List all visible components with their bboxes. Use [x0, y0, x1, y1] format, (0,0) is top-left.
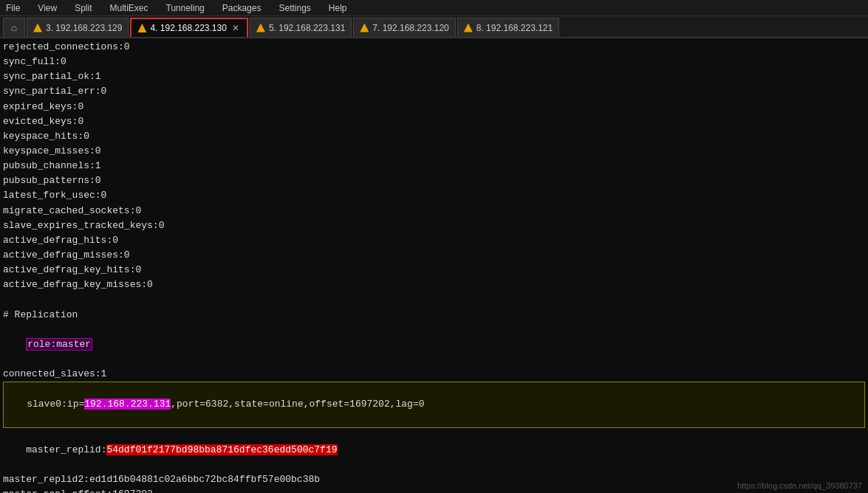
- tab-2-close-button[interactable]: ✕: [230, 23, 241, 33]
- menu-tunneling[interactable]: Tunneling: [163, 1, 208, 15]
- line-master-repl-offset: master_repl_offset:1697202: [3, 487, 865, 493]
- line-master-replid2: master_replid2:ed1d16b04881c02a6bbc72bc8…: [3, 472, 865, 487]
- tab-3[interactable]: 5. 192.168.223.131: [250, 18, 352, 37]
- menu-split[interactable]: Split: [72, 1, 95, 15]
- line-role: role:master: [3, 323, 865, 367]
- tab-4-icon: [360, 24, 369, 32]
- tab-bar: ⌂ 3. 192.168.223.129 4. 192.168.223.130 …: [0, 16, 868, 38]
- section-replication-header: # Replication: [3, 308, 865, 323]
- line-active-defrag-misses: active_defrag_misses:0: [3, 248, 865, 263]
- tab-1-icon: [33, 24, 42, 32]
- tab-home-button[interactable]: ⌂: [3, 18, 25, 37]
- menu-file[interactable]: File: [3, 1, 23, 15]
- menu-help[interactable]: Help: [326, 1, 350, 15]
- line-keyspace-misses: keyspace_misses:0: [3, 144, 865, 159]
- line-evicted-keys: evicted_keys:0: [3, 114, 865, 129]
- menu-view[interactable]: View: [35, 1, 60, 15]
- master-replid-value: 54ddf01f2177bd98bba8716dfec36edd500c7f19: [106, 444, 337, 455]
- line-sync-partial-err: sync_partial_err:0: [3, 84, 865, 99]
- tab-2-icon: [137, 24, 146, 32]
- slave0-prefix: slave0:ip=: [27, 399, 84, 410]
- tab-5-label: 8. 192.168.223.121: [476, 23, 553, 33]
- tab-1-label: 3. 192.168.223.129: [46, 23, 122, 33]
- line-keyspace-hits: keyspace_hits:0: [3, 129, 865, 144]
- line-active-defrag-key-hits: active_defrag_key_hits:0: [3, 263, 865, 277]
- line-rejected: rejected_connections:0: [3, 40, 865, 55]
- line-pubsub-channels: pubsub_channels:1: [3, 159, 865, 173]
- tab-2-label: 4. 192.168.223.130: [150, 23, 226, 33]
- role-highlight: role:master: [26, 338, 92, 351]
- line-connected-slaves: connected_slaves:1: [3, 367, 865, 382]
- tab-3-label: 5. 192.168.223.131: [269, 23, 345, 33]
- tab-1[interactable]: 3. 192.168.223.129: [27, 18, 129, 37]
- tab-5-icon: [464, 24, 473, 32]
- slave0-suffix: ,port=6382,state=online,offset=1697202,l…: [171, 399, 424, 410]
- tab-4-label: 7. 192.168.223.120: [372, 23, 448, 33]
- tab-5[interactable]: 8. 192.168.223.121: [457, 18, 559, 37]
- close-icon: ✕: [229, 23, 242, 33]
- line-slave0: slave0:ip=192.168.223.131,port=6382,stat…: [3, 382, 865, 427]
- line-master-replid: master_replid:54ddf01f2177bd98bba8716dfe…: [3, 428, 865, 472]
- menu-packages[interactable]: Packages: [219, 1, 264, 15]
- empty-line-1: [3, 292, 865, 307]
- tab-4[interactable]: 7. 192.168.223.120: [353, 18, 455, 37]
- line-latest-fork: latest_fork_usec:0: [3, 188, 865, 203]
- terminal-content[interactable]: rejected_connections:0 sync_full:0 sync_…: [0, 38, 868, 493]
- tab-2[interactable]: 4. 192.168.223.130 ✕: [130, 18, 247, 37]
- line-slave-expires: slave_expires_tracked_keys:0: [3, 218, 865, 233]
- watermark: https://blog.csdn.net/qq_39380737: [737, 481, 862, 490]
- line-pubsub-patterns: pubsub_patterns:0: [3, 173, 865, 188]
- menu-settings[interactable]: Settings: [276, 1, 313, 15]
- master-replid-label: master_replid:: [26, 444, 106, 455]
- home-icon: ⌂: [11, 22, 17, 34]
- menu-bar: File View Split MultiExec Tunneling Pack…: [0, 0, 868, 16]
- line-active-defrag-key-misses: active_defrag_key_misses:0: [3, 277, 865, 292]
- menu-multiexec[interactable]: MultiExec: [106, 1, 151, 15]
- tab-3-icon: [256, 24, 265, 32]
- line-sync-full: sync_full:0: [3, 55, 865, 69]
- line-active-defrag-hits: active_defrag_hits:0: [3, 233, 865, 248]
- slave0-ip: 192.168.223.131: [84, 399, 171, 410]
- line-migrate-cached: migrate_cached_sockets:0: [3, 204, 865, 218]
- line-expired-keys: expired_keys:0: [3, 100, 865, 114]
- line-sync-partial-ok: sync_partial_ok:1: [3, 69, 865, 84]
